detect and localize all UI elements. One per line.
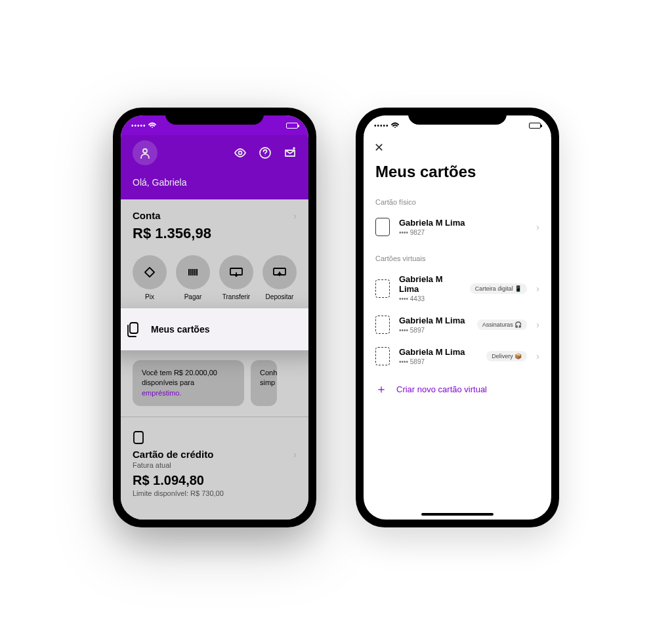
virtual-card-icon bbox=[375, 316, 390, 334]
page-title: Meus cartões bbox=[364, 155, 551, 186]
promo-card-next[interactable]: Conh simp bbox=[251, 360, 277, 406]
notch bbox=[408, 108, 507, 125]
credit-subtitle: Fatura atual bbox=[133, 461, 297, 469]
quick-action-pix[interactable]: Pix bbox=[130, 255, 169, 300]
svg-rect-7 bbox=[130, 323, 138, 333]
cellular-signal-icon: ••••• bbox=[131, 122, 146, 129]
chevron-right-icon: › bbox=[293, 449, 297, 460]
quick-action-label: Pix bbox=[145, 293, 154, 300]
physical-section-label: Cartão físico bbox=[364, 186, 551, 211]
virtual-section-label: Cartões virtuais bbox=[364, 243, 551, 268]
account-label: Conta bbox=[133, 210, 161, 221]
svg-point-0 bbox=[143, 149, 147, 153]
card-tag: Assinaturas 🎧 bbox=[477, 319, 528, 330]
credit-limit: Limite disponível: R$ 730,00 bbox=[133, 489, 297, 497]
barcode-icon bbox=[186, 266, 200, 279]
eye-icon[interactable] bbox=[234, 146, 247, 159]
create-virtual-card-button[interactable]: ＋ Criar novo cartão virtual bbox=[364, 372, 551, 406]
quick-action-pagar[interactable]: Pagar bbox=[173, 255, 213, 300]
notch bbox=[165, 108, 264, 125]
chevron-right-icon: › bbox=[293, 211, 297, 221]
create-virtual-card-label: Criar novo cartão virtual bbox=[396, 384, 487, 394]
wifi-icon bbox=[148, 122, 156, 129]
profile-button[interactable] bbox=[133, 140, 158, 165]
credit-amount: R$ 1.094,80 bbox=[133, 473, 297, 488]
account-balance: R$ 1.356,98 bbox=[133, 225, 297, 242]
virtual-card-row[interactable]: Gabriela M Lima •••• 5897 Assinaturas 🎧 … bbox=[364, 309, 551, 340]
account-section[interactable]: Conta › R$ 1.356,98 bbox=[121, 199, 308, 249]
deposit-icon bbox=[272, 267, 287, 277]
card-tag: Delivery 📦 bbox=[486, 351, 527, 361]
quick-actions: Pix Pagar Transferir Depositar bbox=[121, 249, 308, 304]
card-last-digits: •••• 9827 bbox=[399, 229, 527, 236]
credit-card-section[interactable]: Cartão de crédito › Fatura atual R$ 1.09… bbox=[121, 428, 308, 504]
close-button[interactable]: ✕ bbox=[374, 141, 384, 154]
svg-point-1 bbox=[239, 152, 242, 155]
quick-action-label: Transferir bbox=[222, 293, 250, 300]
home-indicator bbox=[421, 513, 494, 516]
credit-title: Cartão de crédito bbox=[133, 449, 213, 460]
physical-card-row[interactable]: Gabriela M Lima •••• 9827 › bbox=[364, 211, 551, 243]
virtual-card-icon bbox=[375, 347, 390, 365]
invite-icon[interactable] bbox=[284, 146, 297, 159]
chevron-right-icon: › bbox=[536, 222, 539, 232]
user-icon bbox=[139, 147, 151, 159]
promo-text: simp bbox=[260, 379, 275, 386]
my-cards-button[interactable]: Meus cartões bbox=[121, 308, 308, 350]
card-icon bbox=[375, 218, 390, 236]
chevron-right-icon: › bbox=[536, 283, 539, 294]
virtual-card-row[interactable]: Gabriela M Lima •••• 5897 Delivery 📦 › bbox=[364, 340, 551, 372]
battery-icon bbox=[529, 123, 541, 129]
wifi-icon bbox=[391, 122, 399, 129]
card-holder-name: Gabriela M Lima bbox=[399, 316, 468, 325]
card-holder-name: Gabriela M Lima bbox=[399, 347, 477, 357]
phone-cards: ••••• ✕ Meus cartões Cartão físico Gabri… bbox=[356, 108, 559, 527]
promo-link: empréstimo. bbox=[142, 389, 182, 397]
quick-action-label: Pagar bbox=[184, 293, 202, 300]
card-icon bbox=[133, 430, 144, 445]
virtual-card-row[interactable]: Gabriela M Lima •••• 4433 Carteira digit… bbox=[364, 268, 551, 309]
card-last-digits: •••• 5897 bbox=[399, 358, 477, 365]
promo-text: Você tem R$ 20.000,00 disponíveis para bbox=[142, 369, 217, 386]
plus-icon: ＋ bbox=[375, 381, 387, 397]
svg-point-3 bbox=[265, 155, 266, 156]
help-icon[interactable] bbox=[259, 146, 272, 159]
card-last-digits: •••• 4433 bbox=[399, 295, 461, 302]
transfer-icon bbox=[229, 267, 243, 277]
chevron-right-icon: › bbox=[536, 351, 539, 361]
svg-rect-8 bbox=[134, 432, 143, 443]
greeting-text: Olá, Gabriela bbox=[133, 177, 297, 188]
promo-carousel[interactable]: Você tem R$ 20.000,00 disponíveis para e… bbox=[121, 360, 308, 406]
promo-card-loan[interactable]: Você tem R$ 20.000,00 disponíveis para e… bbox=[133, 360, 244, 406]
card-last-digits: •••• 5897 bbox=[399, 327, 468, 334]
home-header: Olá, Gabriela bbox=[121, 135, 308, 199]
quick-action-depositar[interactable]: Depositar bbox=[260, 255, 299, 300]
quick-action-label: Depositar bbox=[266, 293, 294, 300]
battery-icon bbox=[286, 123, 298, 129]
quick-action-transferir[interactable]: Transferir bbox=[217, 255, 256, 300]
my-cards-label: Meus cartões bbox=[151, 324, 209, 335]
phone-home: ••••• Olá, Gabriela bbox=[113, 108, 316, 527]
svg-rect-4 bbox=[145, 268, 154, 277]
card-holder-name: Gabriela M Lima bbox=[399, 274, 461, 294]
chevron-right-icon: › bbox=[536, 319, 539, 330]
promo-text: Conh bbox=[260, 369, 277, 377]
pix-icon bbox=[143, 266, 156, 279]
cards-stack-icon bbox=[126, 321, 140, 337]
virtual-card-icon bbox=[375, 279, 390, 298]
card-tag: Carteira digital 📱 bbox=[470, 283, 528, 294]
cellular-signal-icon: ••••• bbox=[374, 122, 389, 129]
card-holder-name: Gabriela M Lima bbox=[399, 218, 527, 228]
